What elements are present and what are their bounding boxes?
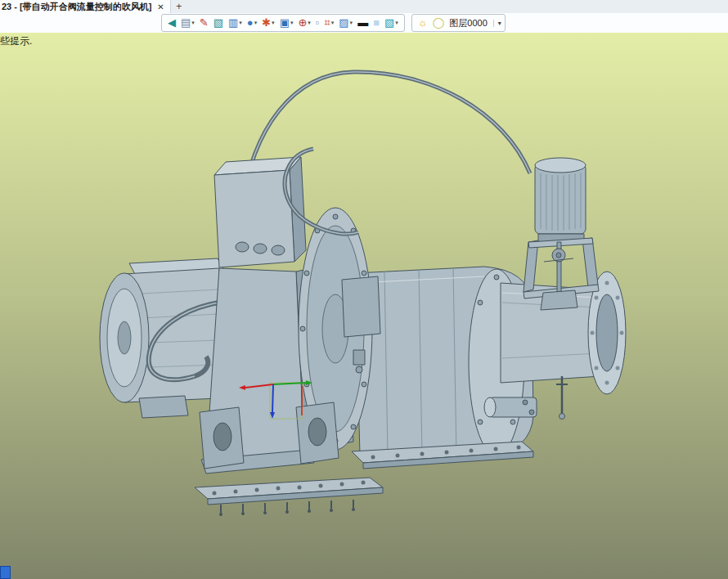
revolve-wheel-icon: ✱ bbox=[262, 16, 271, 30]
dropdown-arrow-icon[interactable]: ▾ bbox=[350, 20, 353, 26]
cad-application-window: 23 - [带自动开合阀流量控制的吹风机] ✕ + ◀▤▾✎▧▥▾●▾✱▾▣▾⊕… bbox=[0, 0, 728, 579]
dropdown-arrow-icon[interactable]: ▾ bbox=[254, 20, 258, 26]
layer-toolbar-group: ☼ ◯ 图层0000 ▾ bbox=[411, 14, 506, 32]
tab-bar: 23 - [带自动开合阀流量控制的吹风机] ✕ + bbox=[0, 0, 728, 14]
import-model-icon: ◀ bbox=[168, 16, 176, 30]
line-width-icon: ▬ bbox=[357, 16, 368, 30]
new-tab-button[interactable]: + bbox=[171, 1, 187, 12]
sketch-pen-icon: ✎ bbox=[200, 16, 209, 30]
sketch-plane-icon: ▣ bbox=[280, 16, 290, 30]
blank-view-icon: ▫ bbox=[316, 16, 320, 30]
print-icon: ▤ bbox=[181, 16, 191, 30]
dropdown-arrow-icon[interactable]: ▾ bbox=[239, 20, 242, 26]
toolbar-main-group: ◀▤▾✎▧▥▾●▾✱▾▣▾⊕▾▫⌗▾▨▾▬■▧▾ bbox=[161, 14, 405, 32]
dropdown-arrow-icon[interactable]: ▾ bbox=[290, 20, 294, 26]
render-view-icon: ▨ bbox=[339, 16, 348, 30]
hint-text: 些提示. bbox=[0, 34, 32, 48]
dropdown-arrow-icon[interactable]: ▾ bbox=[272, 20, 275, 26]
layers-panel-icon-button[interactable]: ▧▾ bbox=[382, 16, 401, 30]
tab-close-icon[interactable]: ✕ bbox=[157, 2, 164, 11]
solid-box-icon: ▧ bbox=[213, 16, 223, 30]
light-bulb-icon: ☼ bbox=[418, 16, 428, 30]
model-drain-rod[interactable] bbox=[556, 376, 568, 420]
sketch-plane-icon-button[interactable]: ▣▾ bbox=[277, 16, 296, 30]
render-view-icon-button[interactable]: ▨▾ bbox=[336, 16, 355, 30]
model-base-plate-left[interactable] bbox=[195, 478, 383, 516]
layer-circle-icon: ◯ bbox=[433, 16, 445, 30]
light-toggle-button[interactable]: ☼ bbox=[416, 16, 430, 30]
snap-target-icon-button[interactable]: ⊕▾ bbox=[295, 16, 312, 30]
blank-view-icon-button[interactable]: ▫ bbox=[313, 16, 322, 30]
sphere-feature-icon-button[interactable]: ●▾ bbox=[245, 16, 259, 30]
dropdown-arrow-icon[interactable]: ▾ bbox=[308, 20, 311, 26]
taskbar-document-icon[interactable] bbox=[0, 566, 11, 579]
dimension-icon: ⌗ bbox=[324, 16, 330, 30]
background-color-icon-button[interactable]: ■ bbox=[371, 16, 382, 30]
layer-dropdown-button[interactable]: ▾ bbox=[493, 20, 501, 27]
dropdown-arrow-icon[interactable]: ▾ bbox=[395, 20, 398, 26]
sketch-pen-icon-button[interactable]: ✎ bbox=[197, 16, 211, 30]
extrude-feature-icon-button[interactable]: ▥▾ bbox=[226, 16, 245, 30]
import-model-icon-button[interactable]: ◀ bbox=[165, 16, 178, 30]
viewport-canvas[interactable]: 些提示. bbox=[0, 33, 728, 579]
current-layer-label: 图层0000 bbox=[449, 17, 487, 29]
background-color-icon: ■ bbox=[373, 16, 380, 30]
layer-color-swatch[interactable]: ◯ bbox=[430, 16, 447, 30]
dropdown-arrow-icon[interactable]: ▾ bbox=[191, 20, 195, 26]
model-motor[interactable] bbox=[100, 258, 224, 418]
toolbar-row: ◀▤▾✎▧▥▾●▾✱▾▣▾⊕▾▫⌗▾▨▾▬■▧▾ ☼ ◯ 图层0000 ▾ bbox=[0, 13, 728, 33]
tab-title: 23 - [带自动开合阀流量控制的吹风机] bbox=[2, 1, 151, 13]
model-junction-box[interactable] bbox=[214, 157, 306, 267]
snap-target-icon: ⊕ bbox=[298, 16, 307, 30]
sphere-feature-icon: ● bbox=[247, 16, 254, 30]
dimension-icon-button[interactable]: ⌗▾ bbox=[321, 16, 336, 30]
line-width-icon-button[interactable]: ▬ bbox=[355, 16, 371, 30]
extrude-feature-icon: ▥ bbox=[228, 16, 238, 30]
layers-panel-icon: ▧ bbox=[384, 16, 394, 30]
solid-box-icon-button[interactable]: ▧ bbox=[211, 16, 226, 30]
revolve-wheel-icon-button[interactable]: ✱▾ bbox=[259, 16, 276, 30]
print-icon-button[interactable]: ▤▾ bbox=[178, 16, 197, 30]
document-tab[interactable]: 23 - [带自动开合阀流量控制的吹风机] ✕ bbox=[0, 0, 171, 13]
model-valve-fitting[interactable] bbox=[484, 397, 537, 417]
model-viewport[interactable] bbox=[0, 33, 728, 579]
dropdown-arrow-icon[interactable]: ▾ bbox=[331, 20, 335, 26]
